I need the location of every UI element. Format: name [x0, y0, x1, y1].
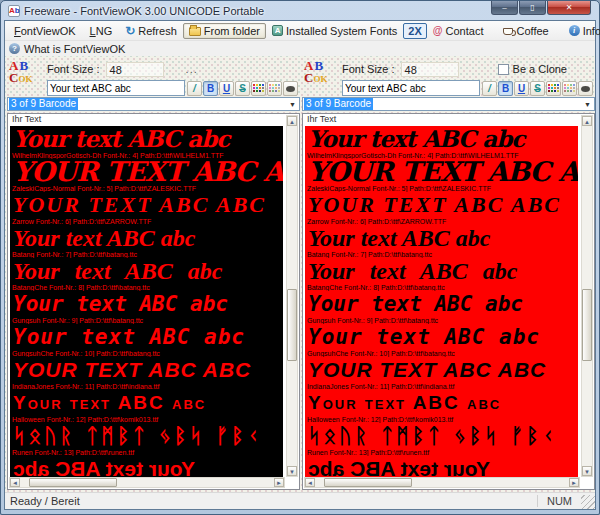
font-preview-list[interactable]: Ihr Text Your text ABC abcWilhelmKlingsp…: [302, 113, 595, 490]
font-sample-row[interactable]: Your text ABC abcZaleskiCaps-Normal Font…: [305, 159, 578, 192]
font-sample-row[interactable]: Your text ABC abcZaleskiCaps-Normal Font…: [10, 159, 283, 192]
refresh-button[interactable]: ↻ Refresh: [119, 23, 183, 39]
font-sample-row[interactable]: Your text ABC abcBatang Font-Nr.: 7] Pat…: [305, 225, 578, 258]
font-size-label: Font Size :: [342, 63, 395, 75]
installed-system-fonts-button[interactable]: A Installed System Fonts: [266, 23, 403, 39]
refresh-icon: ↻: [125, 26, 135, 36]
palette-icon: [268, 82, 281, 94]
menu-lng[interactable]: LNG: [83, 23, 120, 39]
font-sample-row[interactable]: Your text ABC abcGungsuhChe Font-Nr.: 10…: [10, 324, 283, 357]
left-panel: AB COK Font Size : 48 ... / B U: [7, 59, 300, 490]
font-size-spinner[interactable]: 48: [401, 62, 459, 77]
underline-button[interactable]: U: [514, 81, 529, 96]
italic-button[interactable]: /: [482, 81, 497, 96]
vertical-scrollbar[interactable]: ▲ ▼: [286, 115, 298, 477]
vertical-scrollbar[interactable]: ▲ ▼: [581, 115, 593, 477]
background-color-button[interactable]: [562, 81, 577, 96]
strikethrough-button[interactable]: S: [530, 81, 545, 96]
font-preview-list[interactable]: Ihr Text Your text ABC abcWilhelmKlingsp…: [7, 113, 300, 490]
text-color-button[interactable]: [251, 81, 266, 96]
help-globe-icon: ?: [9, 43, 20, 54]
from-folder-button[interactable]: From folder: [183, 23, 266, 39]
font-sample-text: Your text ABC abc: [305, 390, 578, 416]
color-reset-button[interactable]: [283, 81, 298, 96]
scroll-left-icon[interactable]: ◄: [305, 478, 315, 487]
font-caption: BatangChe Font-Nr.: 8] Path:D:\ttf\batan…: [305, 284, 578, 291]
helpbar: ? What is FontViewOK: [5, 41, 595, 56]
chevron-down-icon: ▼: [289, 101, 296, 108]
font-sample-row[interactable]: Your text ABC abcZarrow Font-Nr.: 6] Pat…: [10, 192, 283, 225]
font-sample-row[interactable]: Your text ABC abcZarrow Font-Nr.: 6] Pat…: [305, 192, 578, 225]
bold-button[interactable]: B: [498, 81, 513, 96]
scroll-down-icon[interactable]: ▼: [287, 466, 297, 476]
font-sample-row[interactable]: Your text ABC abcWilhelmKlingsporGotisch…: [305, 126, 578, 159]
minimize-button[interactable]: –: [491, 1, 518, 15]
font-caption: IndianaJones Font-Nr.: 11] Path:D:\ttf\i…: [305, 383, 578, 390]
more-options-label[interactable]: ...: [186, 63, 198, 75]
font-sample-row[interactable]: ᛋᛟᚢᚱ ᛏᛗᛒᛏ ᛃᛒᛋ ᚠᛒᚲRunen Font-Nr.: 13] Pat…: [10, 423, 283, 456]
scrollbar-thumb[interactable]: [324, 478, 412, 487]
font-caption: Batang Font-Nr.: 7] Path:D:\ttf\batang.t…: [10, 251, 283, 258]
scrollbar-thumb[interactable]: [287, 289, 297, 361]
font-sample-row[interactable]: Your text ABC abcGungsuhChe Font-Nr.: 10…: [305, 324, 578, 357]
scroll-right-icon[interactable]: ►: [569, 478, 579, 487]
fontviewok-logo-icon: AB COK: [304, 60, 334, 90]
be-a-clone-checkbox[interactable]: [498, 64, 509, 75]
italic-button[interactable]: /: [187, 81, 202, 96]
font-size-label: Font Size :: [47, 63, 100, 75]
font-sample-row[interactable]: Your text ABC abcGungsuh Font-Nr.: 9] Pa…: [10, 291, 283, 324]
coffee-button[interactable]: Coffee: [497, 23, 554, 39]
sample-text-input[interactable]: [342, 80, 480, 96]
font-sample-row[interactable]: ᛋᛟᚢᚱ ᛏᛗᛒᛏ ᛃᛒᛋ ᚠᛒᚲRunen Font-Nr.: 13] Pat…: [305, 423, 578, 456]
menu-fontviewok[interactable]: FontViewOK: [7, 23, 83, 39]
font-select-combo[interactable]: 3 of 9 Barcode ▼: [302, 97, 595, 111]
info-button[interactable]: i Info: [563, 23, 600, 39]
font-sample-row[interactable]: Your text ABC abcBatangChe Font-Nr.: 8] …: [10, 258, 283, 291]
color-reset-button[interactable]: [578, 81, 593, 96]
font-sample-row[interactable]: Your text ABC abcIndianaJones Font-Nr.: …: [305, 357, 578, 390]
font-sample-row[interactable]: Your text ABC abcIndianaJones Font-Nr.: …: [10, 357, 283, 390]
scrollbar-thumb[interactable]: [582, 289, 592, 361]
font-caption: Gungsuh Font-Nr.: 9] Path:D:\ttf\batang.…: [305, 317, 578, 324]
maximize-button[interactable]: ▯: [519, 1, 546, 15]
horizontal-scrollbar[interactable]: ◄ ►: [304, 477, 580, 488]
scrollbar-thumb[interactable]: [29, 478, 117, 487]
font-preview-rows: Your text ABC abcWilhelmKlingsporGotisch…: [10, 126, 283, 477]
font-preview-rows: Your text ABC abcWilhelmKlingsporGotisch…: [305, 126, 578, 477]
scroll-left-icon[interactable]: ◄: [10, 478, 20, 487]
font-sample-row[interactable]: Your text ABC abcBatang Font-Nr.: 7] Pat…: [10, 225, 283, 258]
font-sample-row[interactable]: Your text ABC abcSpiegel Arial Font-Nr.:…: [305, 456, 578, 477]
font-sample-row[interactable]: Your text ABC abcSpiegel Arial Font-Nr.:…: [10, 456, 283, 477]
strikethrough-button[interactable]: S: [235, 81, 250, 96]
scroll-up-icon[interactable]: ▲: [287, 116, 297, 126]
list-header: Ihr Text: [303, 114, 594, 125]
font-caption: Halloween Font-Nr.: 12] Path:D:\ttf\komi…: [10, 416, 283, 423]
background-color-button[interactable]: [267, 81, 282, 96]
font-size-spinner[interactable]: 48: [106, 62, 164, 77]
titlebar[interactable]: Ab Freeware - FontViewOK 3.00 UNICODE Po…: [4, 1, 596, 20]
font-sample-text: Your text ABC abc: [10, 258, 283, 284]
close-button[interactable]: ✕: [547, 1, 591, 15]
app-window: Ab Freeware - FontViewOK 3.00 UNICODE Po…: [0, 0, 600, 515]
resize-grip[interactable]: [581, 495, 595, 509]
font-sample-row[interactable]: Your text ABC abcHalloween Font-Nr.: 12]…: [305, 390, 578, 423]
zoom-2x-button[interactable]: 2X: [403, 23, 426, 39]
scroll-right-icon[interactable]: ►: [274, 478, 284, 487]
text-color-button[interactable]: [546, 81, 561, 96]
font-sample-row[interactable]: Your text ABC abcGungsuh Font-Nr.: 9] Pa…: [305, 291, 578, 324]
selected-font-name: 3 of 9 Barcode: [304, 98, 373, 110]
font-select-combo[interactable]: 3 of 9 Barcode ▼: [7, 97, 300, 111]
font-caption: Zarrow Font-Nr.: 6] Path:D:\ttf\ZARROW.T…: [305, 218, 578, 225]
scroll-down-icon[interactable]: ▼: [582, 466, 592, 476]
bold-button[interactable]: B: [203, 81, 218, 96]
sample-text-input[interactable]: [47, 80, 185, 96]
horizontal-scrollbar[interactable]: ◄ ►: [9, 477, 285, 488]
what-is-fontviewok-link[interactable]: What is FontViewOK: [24, 43, 125, 55]
palette-icon: [563, 82, 576, 94]
scroll-up-icon[interactable]: ▲: [582, 116, 592, 126]
underline-button[interactable]: U: [219, 81, 234, 96]
font-sample-row[interactable]: Your text ABC abcHalloween Font-Nr.: 12]…: [10, 390, 283, 423]
contact-button[interactable]: @ Contact: [427, 23, 490, 39]
font-sample-row[interactable]: Your text ABC abcBatangChe Font-Nr.: 8] …: [305, 258, 578, 291]
font-sample-row[interactable]: Your text ABC abcWilhelmKlingsporGotisch…: [10, 126, 283, 159]
